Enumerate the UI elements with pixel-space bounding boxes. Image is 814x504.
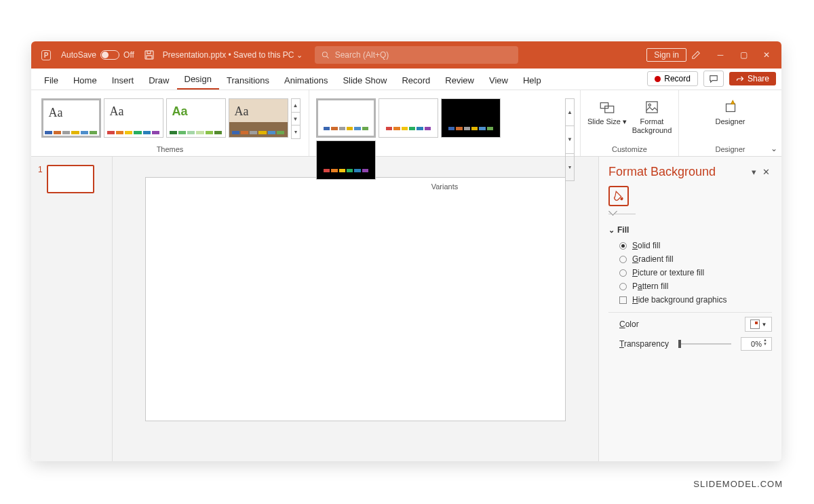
panel-close-icon[interactable]: ✕ [760, 167, 772, 177]
share-button[interactable]: Share [729, 72, 776, 85]
search-icon [322, 51, 329, 59]
radio-pattern-fill[interactable]: Pattern fill [608, 279, 772, 293]
designer-button[interactable]: Designer [708, 94, 753, 126]
window-restore-icon[interactable]: ▢ [734, 47, 753, 63]
fill-section-label: Fill [617, 225, 629, 235]
fill-section-header[interactable]: Fill [608, 225, 772, 235]
autosave-state: Off [123, 50, 134, 60]
pen-icon[interactable] [689, 48, 703, 62]
ribbon: AaAaAaAa ▲▼▾ Themes ▲▼▾ Variants Slide S… [31, 90, 781, 157]
slide-thumbnail-1[interactable] [47, 165, 94, 193]
comments-button[interactable] [703, 71, 724, 87]
tab-insert[interactable]: Insert [104, 71, 142, 90]
slide-size-label: Slide Size [587, 117, 621, 125]
tab-animations[interactable]: Animations [277, 71, 335, 90]
theme-option-4[interactable]: Aa [229, 98, 288, 138]
share-label: Share [748, 74, 769, 83]
tab-design[interactable]: Design [177, 70, 219, 90]
search-box[interactable] [315, 46, 518, 64]
document-title[interactable]: Presentation.pptx • Saved to this PC [163, 50, 303, 60]
search-input[interactable] [335, 50, 512, 60]
ribbon-tabs: File Home Insert Draw Design Transitions… [31, 69, 781, 90]
radio-picture-fill[interactable]: Picture or texture fill [608, 266, 772, 279]
radio-gradient-fill[interactable]: Gradient fill [608, 252, 772, 266]
canvas-area[interactable] [113, 157, 598, 461]
transparency-label: ransparency [624, 339, 669, 349]
themes-gallery: AaAaAaAa [39, 94, 291, 139]
check-hide-bg-graphics[interactable]: Hide background graphics [608, 293, 772, 307]
sign-in-button[interactable]: Sign in [646, 48, 686, 62]
theme-option-3[interactable]: Aa [166, 98, 226, 138]
variant-option-3[interactable] [441, 98, 501, 138]
color-label: olor [625, 319, 639, 329]
hide-bg-label: ide background graphics [638, 295, 727, 305]
variants-gallery [313, 94, 565, 181]
window-close-icon[interactable]: ✕ [757, 47, 776, 63]
tab-file[interactable]: File [37, 71, 66, 90]
comment-icon [709, 74, 718, 83]
transparency-value-text: 0% [751, 340, 762, 348]
share-icon [736, 75, 744, 83]
theme-option-1[interactable]: Aa [41, 98, 101, 138]
format-background-label: Format Background [629, 117, 674, 134]
slide-number: 1 [38, 165, 43, 453]
slide-canvas[interactable] [145, 177, 566, 421]
designer-group-label: Designer [715, 144, 745, 155]
svg-rect-3 [605, 106, 614, 113]
watermark: SLIDEMODEL.COM [693, 479, 783, 489]
tab-view[interactable]: View [482, 71, 516, 90]
picture-fill-label: icture or texture fill [638, 268, 704, 277]
format-background-panel: Format Background ▾ ✕ Fill Solid fill Gr… [598, 157, 781, 461]
variant-option-1[interactable] [316, 98, 376, 138]
panel-options-icon[interactable]: ▾ [748, 167, 760, 177]
variants-gallery-expand[interactable]: ▲▼▾ [565, 98, 575, 181]
slide-size-icon [598, 98, 616, 116]
solid-fill-label: olid fill [638, 241, 660, 250]
format-background-button[interactable]: Format Background [629, 94, 674, 134]
tab-review[interactable]: Review [438, 71, 482, 90]
app-window: P AutoSave Off Presentation.pptx • Saved… [31, 41, 781, 461]
autosave-label: AutoSave [61, 50, 96, 60]
work-area: 1 Format Background ▾ ✕ Fill Solid fill … [31, 157, 781, 461]
slide-size-button[interactable]: Slide Size ▾ [585, 94, 629, 134]
transparency-slider[interactable] [678, 343, 731, 345]
designer-label: Designer [715, 117, 745, 126]
format-background-icon [643, 98, 661, 116]
record-button[interactable]: Record [647, 71, 698, 86]
paint-bucket-icon [750, 319, 760, 329]
window-minimize-icon[interactable]: ─ [711, 47, 730, 63]
variants-group-label: Variants [431, 181, 459, 192]
fill-category-icon[interactable] [608, 186, 629, 206]
customize-group-label: Customize [612, 144, 647, 155]
save-icon[interactable] [142, 48, 156, 62]
ribbon-collapse-icon[interactable]: ⌄ [771, 144, 777, 153]
record-label: Record [664, 74, 691, 83]
autosave-toggle[interactable]: AutoSave Off [61, 50, 134, 60]
tab-home[interactable]: Home [66, 71, 104, 90]
svg-rect-2 [600, 103, 608, 109]
designer-icon [722, 98, 739, 116]
theme-option-2[interactable]: Aa [104, 98, 163, 138]
svg-point-5 [648, 104, 651, 106]
tab-slide-show[interactable]: Slide Show [335, 71, 394, 90]
tab-transitions[interactable]: Transitions [219, 71, 277, 90]
record-dot-icon [655, 76, 661, 82]
tab-draw[interactable]: Draw [141, 71, 176, 90]
themes-gallery-expand[interactable]: ▲▼▾ [291, 98, 301, 139]
gradient-fill-label: radient fill [638, 254, 673, 264]
themes-group-label: Themes [157, 144, 184, 155]
tab-help[interactable]: Help [516, 71, 549, 90]
variant-option-4[interactable] [316, 140, 376, 180]
panel-title: Format Background [608, 165, 748, 179]
tab-record[interactable]: Record [394, 71, 438, 90]
color-picker[interactable]: ▼ [745, 317, 772, 332]
svg-rect-6 [726, 104, 735, 111]
svg-point-1 [323, 52, 328, 57]
title-bar: P AutoSave Off Presentation.pptx • Saved… [31, 41, 781, 69]
pattern-fill-label: ttern fill [642, 282, 669, 291]
slides-panel: 1 [31, 157, 113, 461]
variant-option-2[interactable] [379, 98, 438, 138]
transparency-value[interactable]: 0%▲▼ [741, 337, 772, 351]
svg-rect-4 [646, 102, 657, 113]
radio-solid-fill[interactable]: Solid fill [608, 239, 772, 252]
